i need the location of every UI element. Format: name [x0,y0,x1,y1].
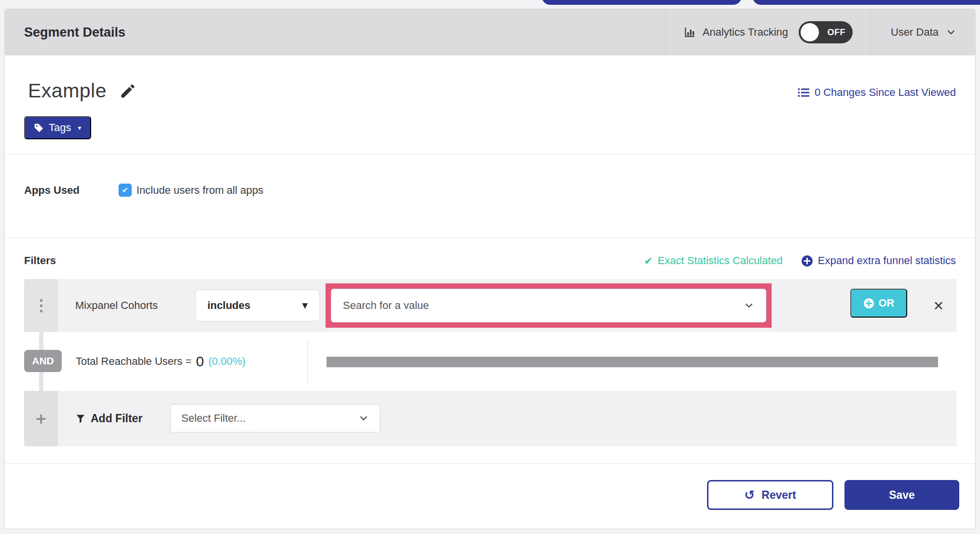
filters-heading: Filters [24,254,56,267]
top-tab-button-right[interactable] [752,0,980,5]
analytics-tracking-label: Analytics Tracking [703,26,788,39]
save-button-label: Save [889,489,915,502]
tag-icon [34,123,44,133]
and-conjunction-badge: AND [24,350,62,372]
save-button[interactable]: Save [844,480,959,510]
changes-since-last-viewed-link[interactable]: 0 Changes Since Last Viewed [797,86,956,99]
toggle-knob [801,23,819,41]
expand-funnel-statistics-link[interactable]: Expand extra funnel statistics [801,254,956,267]
tags-button-label: Tags [49,121,71,134]
highlight-outline: Search for a value [326,283,772,328]
plus-circle-icon [863,298,874,309]
filter-group: Mixpanel Cohorts includes ▼ Search for a… [24,279,957,446]
reachable-users-bar [327,357,938,367]
select-filter-placeholder: Select Filter... [181,412,245,425]
drag-handle[interactable] [24,279,58,332]
total-reachable-users: Total Reachable Users = 0 (0.00%) [76,332,245,391]
select-filter-dropdown[interactable]: Select Filter... [170,404,381,433]
apps-used-label: Apps Used [24,184,119,197]
include-all-apps-label: Include users from all apps [136,184,263,197]
drag-dot [40,305,42,307]
tags-caret-icon: ▾ [78,124,81,132]
add-filter-plus-handle[interactable]: + [24,391,58,446]
dropdown-triangle-icon: ▼ [302,301,308,310]
analytics-tracking-toggle[interactable]: OFF [799,21,853,43]
page-title: Segment Details [5,25,125,40]
value-search-select[interactable]: Search for a value [331,289,766,322]
add-filter-label: Add Filter [91,412,142,425]
change-list-icon [797,87,810,98]
operator-select[interactable]: includes ▼ [195,290,320,321]
segment-details-header: Segment Details Analytics Tracking OFF [5,9,975,55]
segment-name-row: Example [28,80,136,102]
toggle-state-label: OFF [828,27,846,38]
include-all-apps-checkbox[interactable]: ✔ [119,184,132,197]
apps-used-row: Apps Used ✔ Include users from all apps [24,184,263,197]
user-data-dropdown[interactable]: User Data [870,9,975,55]
revert-button-label: Revert [762,489,796,502]
section-divider [5,154,975,154]
header-actions: Analytics Tracking OFF User Data [666,9,975,55]
segment-name: Example [28,80,107,102]
edit-pencil-icon[interactable] [119,82,136,100]
reachable-value: 0 [196,353,204,370]
filter-row: Mixpanel Cohorts includes ▼ Search for a… [24,279,957,332]
expand-link-label: Expand extra funnel statistics [818,254,956,267]
remove-filter-button[interactable]: ✕ [929,279,948,332]
chevron-down-icon [358,414,369,422]
exact-statistics-label: Exact Statistics Calculated [658,254,783,267]
exact-statistics-status: ✔ Exact Statistics Calculated [644,254,783,267]
analytics-tracking-section: Analytics Tracking OFF [666,9,870,55]
revert-arrow-icon: ↺ [744,488,755,502]
add-or-condition-button[interactable]: OR [850,289,907,318]
footer-divider [5,463,975,464]
plus-circle-icon [801,255,813,267]
value-select-placeholder: Search for a value [343,299,429,312]
reachable-percent: (0.00%) [208,355,245,368]
drag-dot [40,299,42,302]
funnel-icon [75,414,86,424]
vertical-divider [307,341,308,382]
filter-field-label: Mixpanel Cohorts [75,279,158,332]
filters-heading-row: Filters ✔ Exact Statistics Calculated Ex… [24,252,956,269]
section-divider [5,238,975,238]
add-filter-group: Add Filter [75,391,142,446]
tags-button[interactable]: Tags ▾ [24,116,91,139]
changes-link-label: 0 Changes Since Last Viewed [815,86,956,99]
top-tab-button-left[interactable] [542,0,742,5]
segment-details-card: Segment Details Analytics Tracking OFF [4,9,976,529]
revert-button[interactable]: ↺ Revert [707,480,833,510]
reachable-label: Total Reachable Users = [76,355,191,368]
add-filter-row: + Add Filter Select Filter... [24,391,957,446]
drag-dot [40,310,42,312]
chevron-down-icon [946,29,956,36]
chevron-down-icon [744,302,754,309]
operator-value: includes [207,299,250,312]
check-icon: ✔ [644,255,653,267]
analytics-chart-icon [683,26,696,39]
user-data-label: User Data [891,26,939,39]
or-button-label: OR [879,297,895,309]
and-summary-row: AND Total Reachable Users = 0 (0.00%) [24,332,957,391]
